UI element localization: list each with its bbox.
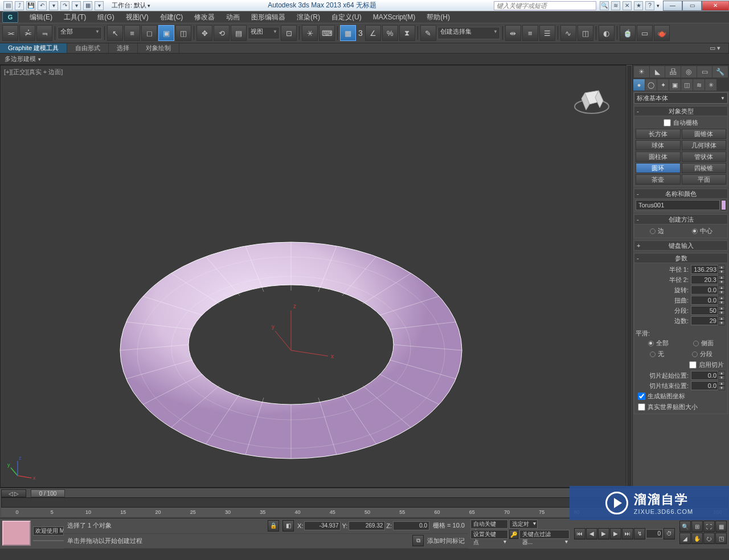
menu-graph[interactable]: 图形编辑器 — [245, 11, 291, 23]
graphite-tab-freeform[interactable]: 自由形式 — [67, 43, 109, 53]
radius1-spinner[interactable]: ▲▼ — [691, 265, 725, 274]
scale-icon[interactable]: ▤ — [231, 25, 247, 41]
prim-teapot[interactable]: 茶壶 — [636, 174, 681, 185]
orbit-icon[interactable]: ⭮ — [703, 533, 715, 544]
viewport-scrollbar[interactable] — [626, 65, 632, 488]
key-mode-icon[interactable]: ↯ — [634, 528, 645, 539]
qat-dd-icon[interactable]: ▾ — [95, 1, 104, 10]
zoom-extents-icon[interactable]: ⛶ — [703, 521, 715, 532]
smooth-sides-radio[interactable]: 侧面 — [691, 338, 716, 349]
window-crossing-icon[interactable]: ◫ — [175, 25, 191, 41]
menu-tools[interactable]: 工具(T) — [58, 11, 92, 23]
menu-modifiers[interactable]: 修改器 — [189, 11, 220, 23]
autogrid-check[interactable]: 自动栅格 — [636, 117, 726, 128]
graphite-tab-paint[interactable]: 对象绘制 — [138, 43, 179, 53]
auto-key-button[interactable]: 自动关键点 — [470, 520, 508, 529]
coord-x-input[interactable] — [304, 521, 341, 530]
named-selset-dropdown[interactable]: 创建选择集 — [437, 27, 500, 39]
cmd-tab-create-icon[interactable]: ☀ — [634, 66, 649, 77]
time-handle[interactable]: 0 / 100 — [31, 489, 65, 497]
lock-icon[interactable]: 🔒 — [268, 520, 279, 532]
fov-icon[interactable]: ◢ — [679, 533, 691, 544]
subtab-helpers-icon[interactable]: ◫ — [681, 79, 693, 91]
coord-y-input[interactable] — [349, 521, 385, 530]
subtab-lights-icon[interactable]: ✦ — [657, 79, 669, 91]
subtab-systems-icon[interactable]: ✳ — [705, 79, 716, 91]
listener-output[interactable]: 欢迎使用 MAXScr — [33, 526, 64, 536]
rollout-head-keyboard[interactable]: +键盘输入 — [634, 240, 728, 251]
prim-plane[interactable]: 平面 — [682, 174, 727, 185]
cmd-tab-display-icon[interactable]: ▭ — [697, 66, 712, 77]
ribbon-collapse-icon[interactable]: ▭ ▾ — [702, 43, 729, 53]
workspace-label[interactable]: 工作台: 默认 — [112, 1, 146, 10]
gen-map-check[interactable]: 生成贴图坐标 — [636, 391, 726, 402]
slice-to-spinner[interactable]: ▲▼ — [691, 381, 725, 390]
render-icon[interactable]: 🫖 — [654, 25, 670, 41]
menu-maxscript[interactable]: MAXScript(M) — [367, 11, 421, 23]
zoom-ext-all-icon[interactable]: ▦ — [715, 521, 727, 532]
spinner-snap-icon[interactable]: ⧗ — [399, 25, 415, 41]
coord-z-input[interactable] — [393, 521, 429, 530]
smooth-segs-radio[interactable]: 分段 — [690, 349, 715, 359]
prim-cone[interactable]: 圆锥体 — [682, 129, 727, 139]
paint-select-icon[interactable]: ▣ — [158, 25, 174, 41]
selection-filter-dropdown[interactable]: 全部 — [58, 27, 102, 39]
marquee-icon[interactable]: ◻ — [141, 25, 157, 41]
link-icon[interactable]: ⫘ — [2, 25, 18, 41]
close-button[interactable]: ✕ — [702, 1, 729, 11]
schematic-icon[interactable]: ◫ — [578, 25, 593, 41]
pivot-icon[interactable]: ⊡ — [281, 25, 297, 41]
prim-sphere[interactable]: 球体 — [636, 140, 681, 150]
rollout-head-type[interactable]: -对象类型 — [634, 106, 728, 116]
keyboard-icon[interactable]: ⌨ — [319, 25, 335, 41]
prev-frame-icon[interactable]: ◀ — [586, 528, 597, 539]
new-icon[interactable]: ▤ — [3, 1, 13, 10]
search-icon[interactable]: 🔍 — [600, 1, 609, 10]
graphite-tab-selection[interactable]: 选择 — [109, 43, 138, 53]
select-icon[interactable]: ↖ — [107, 25, 123, 41]
menu-custom[interactable]: 自定义(U) — [326, 11, 367, 23]
menu-group[interactable]: 组(G) — [92, 11, 120, 23]
rollout-head-name[interactable]: -名称和颜色 — [634, 189, 728, 199]
slice-from-spinner[interactable]: ▲▼ — [691, 371, 725, 380]
prim-box[interactable]: 长方体 — [636, 129, 681, 139]
viewcube[interactable] — [569, 77, 615, 122]
menu-help[interactable]: 帮助(H) — [421, 11, 456, 23]
help-search-input[interactable] — [494, 1, 596, 10]
maxscript-mini-listener[interactable] — [2, 521, 31, 546]
maximize-button[interactable]: ▭ — [682, 1, 702, 11]
layers-icon[interactable]: ☰ — [539, 25, 555, 41]
goto-start-icon[interactable]: ⏮ — [574, 528, 585, 539]
comm-icon[interactable]: ≋ — [611, 1, 620, 10]
method-edge-radio[interactable]: 边 — [648, 226, 666, 236]
mirror-icon[interactable]: ⇹ — [505, 25, 521, 41]
cmd-tab-modify-icon[interactable]: ◣ — [650, 66, 665, 77]
twist-spinner[interactable]: ▲▼ — [691, 296, 725, 305]
max-toggle-icon[interactable]: ◳ — [715, 533, 727, 544]
smooth-all-radio[interactable]: 全部 — [646, 338, 671, 349]
unlink-icon[interactable]: ⫘̸ — [19, 25, 35, 41]
cmd-tab-hierarchy-icon[interactable]: 品 — [665, 66, 681, 77]
key-icon[interactable]: 🔑 — [509, 530, 518, 539]
set-key-button[interactable]: 设置关键点 — [470, 530, 508, 539]
poly-modeling-bar[interactable]: 多边形建模 ▾ — [0, 54, 729, 65]
rotation-spinner[interactable]: ▲▼ — [691, 285, 725, 295]
open-icon[interactable]: ⤴ — [15, 1, 24, 10]
radius2-spinner[interactable]: ▲▼ — [691, 275, 725, 284]
render-frame-icon[interactable]: ▭ — [637, 25, 653, 41]
curve-editor-icon[interactable]: ∿ — [560, 25, 576, 41]
subtab-warps-icon[interactable]: ≋ — [693, 79, 705, 91]
undo-icon[interactable]: ↶ — [38, 1, 47, 10]
rollout-head-method[interactable]: -创建方法 — [634, 214, 728, 224]
smooth-none-radio[interactable]: 无 — [648, 349, 666, 359]
isolate-icon[interactable]: ◧ — [282, 520, 294, 532]
listener-input[interactable] — [33, 540, 64, 541]
rotate-icon[interactable]: ⟲ — [214, 25, 230, 41]
time-tag-icon[interactable]: ⧉ — [412, 535, 424, 546]
prim-torus[interactable]: 圆环 — [636, 163, 681, 173]
save-icon[interactable]: 💾 — [26, 1, 35, 10]
app-menu-button[interactable]: G — [2, 11, 18, 23]
refsys-dropdown[interactable]: 视图 — [248, 27, 280, 39]
prim-cylinder[interactable]: 圆柱体 — [636, 152, 681, 162]
manip-icon[interactable]: ⚹ — [302, 25, 318, 41]
